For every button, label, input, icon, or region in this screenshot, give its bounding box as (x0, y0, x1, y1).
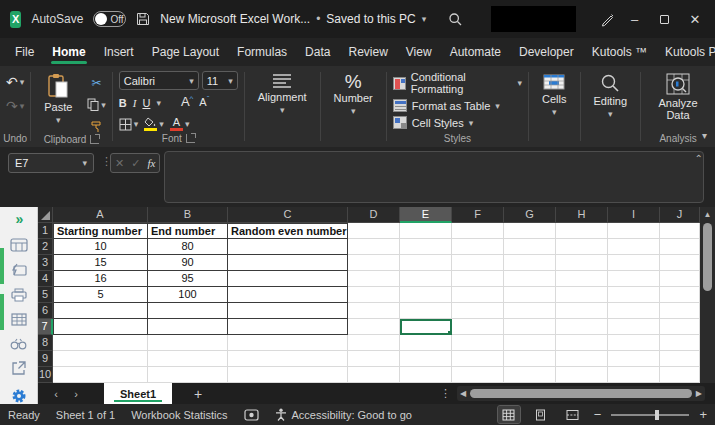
cell-E6[interactable] (400, 303, 452, 319)
cell-J4[interactable] (660, 271, 700, 287)
normal-view-button[interactable] (498, 406, 520, 423)
cell-F10[interactable] (452, 367, 504, 383)
cell-G8[interactable] (504, 335, 556, 351)
italic-button[interactable]: I (133, 96, 137, 111)
cell-H10[interactable] (556, 367, 608, 383)
cell-C7[interactable] (228, 319, 348, 335)
cell-B1[interactable]: End number (148, 223, 228, 239)
accessibility-status[interactable]: Accessibility: Good to go (275, 408, 412, 421)
cell-A4[interactable]: 16 (53, 271, 148, 287)
cell-C5[interactable] (228, 287, 348, 303)
column-header-C[interactable]: C (228, 207, 348, 223)
cell-A1[interactable]: Starting number (53, 223, 148, 239)
sheet-tab-sheet1[interactable]: Sheet1 (104, 383, 172, 404)
collapse-ribbon-chevron[interactable]: ▾ (702, 130, 707, 141)
cell-G6[interactable] (504, 303, 556, 319)
cell-A5[interactable]: 5 (53, 287, 148, 303)
cell-A10[interactable] (53, 367, 148, 383)
paste-button[interactable]: Paste ▾ (37, 71, 79, 127)
tab-insert[interactable]: Insert (95, 40, 143, 65)
cell-C9[interactable] (228, 351, 348, 367)
cell-E4[interactable] (400, 271, 452, 287)
column-header-H[interactable]: H (556, 207, 608, 223)
cell-G10[interactable] (504, 367, 556, 383)
cell-E10[interactable] (400, 367, 452, 383)
bold-button[interactable]: B (119, 96, 127, 111)
formula-input[interactable] (164, 151, 704, 203)
cell-E5[interactable] (400, 287, 452, 303)
cell-D8[interactable] (348, 335, 400, 351)
cell-H4[interactable] (556, 271, 608, 287)
snap-shot-icon[interactable] (9, 263, 29, 277)
navigation-pane-icon[interactable] (9, 238, 29, 252)
tab-formulas[interactable]: Formulas (228, 40, 296, 65)
zoom-in-button[interactable]: + (699, 407, 707, 422)
scroll-right-arrow[interactable]: ▶ (696, 389, 702, 398)
page-layout-view-button[interactable] (530, 406, 552, 423)
cell-D2[interactable] (348, 239, 400, 255)
page-break-preview-button[interactable] (562, 406, 584, 423)
workbook-statistics-button[interactable]: Workbook Statistics (131, 409, 227, 421)
format-as-table-button[interactable]: Format as Table ▾ (393, 99, 500, 112)
row-header-9[interactable]: 9 (38, 351, 53, 367)
cell-J10[interactable] (660, 367, 700, 383)
tab-file[interactable]: File (6, 40, 43, 65)
cell-B9[interactable] (148, 351, 228, 367)
printer-icon[interactable] (9, 288, 29, 302)
cell-I10[interactable] (608, 367, 660, 383)
cell-B2[interactable]: 80 (148, 239, 228, 255)
cut-button[interactable]: ✂ (92, 75, 102, 90)
cell-F4[interactable] (452, 271, 504, 287)
cell-I5[interactable] (608, 287, 660, 303)
tab-data[interactable]: Data (296, 40, 339, 65)
cell-A8[interactable] (53, 335, 148, 351)
cell-F8[interactable] (452, 335, 504, 351)
tab-page-layout[interactable]: Page Layout (143, 40, 228, 65)
cell-B8[interactable] (148, 335, 228, 351)
scroll-up-arrow[interactable]: ▲ (704, 207, 712, 221)
cell-E2[interactable] (400, 239, 452, 255)
redo-button[interactable]: ↷▾ (6, 98, 24, 114)
cell-J9[interactable] (660, 351, 700, 367)
save-icon[interactable] (136, 8, 151, 30)
cell-H3[interactable] (556, 255, 608, 271)
font-dialog-launcher[interactable] (186, 134, 195, 143)
cell-G7[interactable] (504, 319, 556, 335)
row-header-1[interactable]: 1 (38, 223, 53, 239)
cells-button[interactable]: Cells ▾ (535, 71, 573, 119)
cell-C8[interactable] (228, 335, 348, 351)
row-header-10[interactable]: 10 (38, 367, 53, 383)
cell-B3[interactable]: 90 (148, 255, 228, 271)
column-header-E[interactable]: E (400, 207, 452, 223)
clipboard-dialog-launcher[interactable] (90, 135, 99, 144)
column-header-F[interactable]: F (452, 207, 504, 223)
cell-G5[interactable] (504, 287, 556, 303)
row-header-7[interactable]: 7 (38, 319, 53, 335)
cell-I8[interactable] (608, 335, 660, 351)
cell-D6[interactable] (348, 303, 400, 319)
document-title[interactable]: New Microsoft Excel Work... • Saved to t… (160, 12, 426, 26)
row-header-2[interactable]: 2 (38, 239, 53, 255)
vertical-scroll-thumb[interactable] (703, 223, 712, 291)
format-painter-button[interactable] (90, 119, 103, 134)
cell-J1[interactable] (660, 223, 700, 239)
cell-F7[interactable] (452, 319, 504, 335)
editing-button[interactable]: Editing ▾ (586, 71, 634, 121)
cell-A7[interactable] (53, 319, 148, 335)
row-header-4[interactable]: 4 (38, 271, 53, 287)
horizontal-scrollbar[interactable]: ◀ ▶ (457, 386, 705, 401)
cell-styles-button[interactable]: Cell Styles ▾ (393, 116, 474, 129)
view-columns-icon[interactable] (9, 313, 29, 326)
name-box[interactable]: E7 ▾ (8, 153, 94, 173)
cell-D1[interactable] (348, 223, 400, 239)
cell-C4[interactable] (228, 271, 348, 287)
expand-pane-icon[interactable]: » (9, 211, 29, 227)
record-macro-icon[interactable] (244, 409, 259, 421)
minimize-button[interactable]: – (625, 6, 645, 32)
autosave-toggle[interactable]: Off (93, 11, 125, 27)
row-header-3[interactable]: 3 (38, 255, 53, 271)
cell-J2[interactable] (660, 239, 700, 255)
row-header-6[interactable]: 6 (38, 303, 53, 319)
cell-D4[interactable] (348, 271, 400, 287)
tab-kutools[interactable]: Kutools ™ (583, 40, 656, 65)
